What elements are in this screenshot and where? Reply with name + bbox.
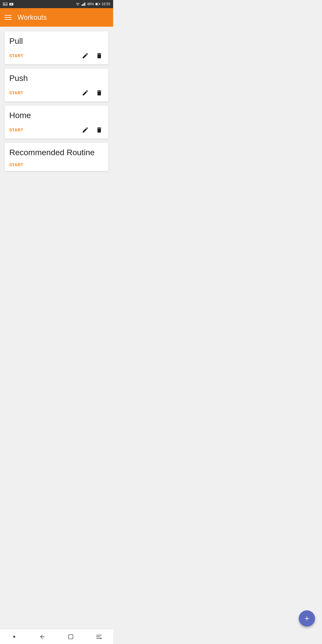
workout-name-home: Home xyxy=(9,111,104,120)
delete-button-home[interactable] xyxy=(95,125,104,135)
wifi-icon xyxy=(75,2,80,6)
card-actions-recommended: START xyxy=(9,162,104,167)
start-button-push[interactable]: START xyxy=(9,91,23,95)
status-right-icons: 48% 16:55 xyxy=(75,2,110,6)
svg-rect-8 xyxy=(84,2,85,6)
pencil-svg-pull xyxy=(82,52,89,59)
hamburger-menu-button[interactable] xyxy=(5,15,12,20)
edit-button-push[interactable] xyxy=(81,88,90,97)
signal-icon xyxy=(82,2,86,6)
card-actions-home: START xyxy=(9,125,104,135)
start-button-home[interactable]: START xyxy=(9,128,23,132)
svg-point-4 xyxy=(77,5,78,6)
card-icon-group-pull xyxy=(81,51,104,60)
time-display: 16:55 xyxy=(102,2,110,6)
edit-button-pull[interactable] xyxy=(81,51,90,60)
start-button-pull[interactable]: START xyxy=(9,53,23,58)
svg-rect-7 xyxy=(84,3,84,6)
edit-button-home[interactable] xyxy=(81,125,90,135)
trash-svg-pull xyxy=(96,52,103,59)
workout-card-recommended: Recommended Routine START xyxy=(5,143,108,171)
battery-icon xyxy=(95,3,100,6)
svg-rect-11 xyxy=(96,3,97,5)
start-button-recommended[interactable]: START xyxy=(9,162,23,167)
workout-card-home: Home START xyxy=(5,106,108,139)
workout-name-recommended: Recommended Routine xyxy=(9,148,104,157)
svg-rect-6 xyxy=(82,4,83,6)
status-bar: 48% 16:55 xyxy=(0,0,113,8)
page-title: Workouts xyxy=(17,13,47,21)
workout-card-push: Push START xyxy=(5,68,108,102)
app-bar: Workouts xyxy=(0,8,113,27)
delete-button-pull[interactable] xyxy=(95,51,104,60)
card-icon-group-push xyxy=(81,88,104,97)
workout-name-pull: Pull xyxy=(9,37,104,46)
pencil-svg-home xyxy=(82,126,89,133)
trash-svg-push xyxy=(96,89,103,96)
workout-name-push: Push xyxy=(9,74,104,83)
card-actions-pull: START xyxy=(9,51,104,60)
delete-button-push[interactable] xyxy=(95,88,104,97)
status-left-icons xyxy=(3,2,14,6)
trash-svg-home xyxy=(96,126,103,133)
workout-card-pull: Pull START xyxy=(5,31,108,64)
svg-rect-5 xyxy=(82,5,82,6)
svg-rect-10 xyxy=(100,3,100,5)
youtube-icon xyxy=(9,2,14,6)
card-actions-push: START xyxy=(9,88,104,97)
battery-percentage: 48% xyxy=(87,2,94,6)
image-icon xyxy=(3,2,8,6)
workout-list: Pull START Push START xyxy=(0,27,113,176)
card-icon-group-home xyxy=(81,125,104,135)
pencil-svg-push xyxy=(82,89,89,96)
